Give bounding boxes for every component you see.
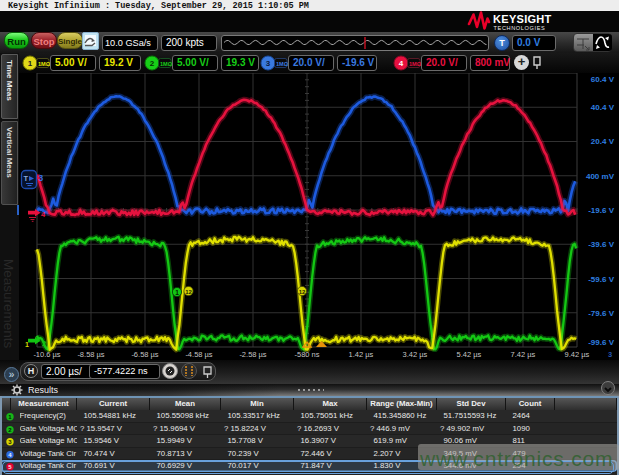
svg-text:-2.58 µs: -2.58 µs (239, 350, 266, 359)
svg-text:3.42 µs: 3.42 µs (403, 350, 428, 359)
svg-text:60.4 V: 60.4 V (591, 75, 615, 84)
svg-text:12: 12 (299, 289, 306, 295)
svg-text:2: 2 (42, 339, 46, 348)
svg-text:400 mV: 400 mV (586, 172, 615, 181)
svg-text:TECHNOLOGIES: TECHNOLOGIES (494, 25, 546, 31)
svg-text:1MΩ: 1MΩ (409, 61, 422, 67)
svg-text:-19.6 V: -19.6 V (588, 206, 614, 215)
svg-text:5.42 µs: 5.42 µs (457, 350, 482, 359)
svg-text:4: 4 (399, 59, 404, 68)
svg-text:-8.58 µs: -8.58 µs (77, 350, 104, 359)
svg-text:-39.6 V: -39.6 V (588, 240, 614, 249)
svg-text:-10.6 µs: -10.6 µs (33, 350, 60, 359)
svg-text:1.42 µs: 1.42 µs (349, 350, 374, 359)
svg-text:-580 ns: -580 ns (294, 350, 319, 359)
svg-text:12: 12 (185, 289, 192, 295)
svg-text:1: 1 (28, 59, 33, 68)
svg-text:1: 1 (175, 289, 179, 296)
svg-text:3: 3 (39, 173, 44, 183)
svg-text:1MΩ: 1MΩ (276, 61, 289, 67)
svg-text:40.4 V: 40.4 V (591, 103, 615, 112)
svg-text:20.4 V: 20.4 V (591, 137, 615, 146)
svg-text:-4.58 µs: -4.58 µs (185, 350, 212, 359)
svg-text:2: 2 (150, 59, 155, 68)
svg-text:-99.6 V: -99.6 V (588, 338, 614, 347)
svg-text:7.42 µs: 7.42 µs (511, 350, 536, 359)
svg-text:T: T (24, 174, 29, 183)
svg-text:KEYSIGHT: KEYSIGHT (493, 13, 552, 25)
svg-text:1MΩ: 1MΩ (160, 61, 173, 67)
svg-text:1MΩ: 1MΩ (38, 61, 51, 67)
svg-text:3: 3 (266, 59, 271, 68)
svg-text:-6.58 µs: -6.58 µs (131, 350, 158, 359)
svg-text:-79.6 V: -79.6 V (588, 309, 614, 318)
svg-text:9.42 µs: 9.42 µs (565, 350, 590, 359)
svg-text:3: 3 (608, 350, 612, 359)
svg-text:-59.6 V: -59.6 V (588, 275, 614, 284)
